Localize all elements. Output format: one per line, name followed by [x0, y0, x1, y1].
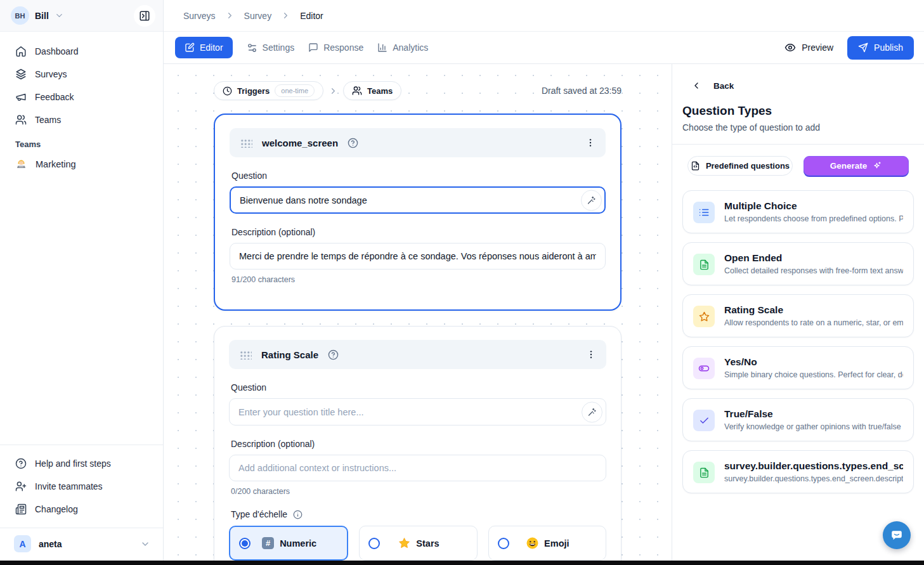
magic-wand-button[interactable]: [581, 190, 602, 211]
magic-wand-button[interactable]: [582, 401, 602, 422]
tab-label: Response: [323, 42, 363, 53]
chevron-right-icon: [225, 11, 235, 20]
sidebar-item-invite[interactable]: Invite teammates: [8, 476, 155, 497]
help-circle-icon[interactable]: [348, 138, 358, 148]
scale-option-label: Stars: [416, 538, 439, 549]
tab-settings[interactable]: Settings: [247, 42, 295, 53]
preview-button[interactable]: Preview: [784, 42, 833, 53]
account-switcher[interactable]: A aneta: [0, 528, 163, 561]
info-icon[interactable]: [293, 510, 303, 519]
pencil-icon: [185, 42, 195, 53]
publish-button[interactable]: Publish: [847, 36, 914, 60]
card-header: Rating Scale: [229, 340, 606, 369]
panel-toggle-icon: [139, 10, 150, 22]
send-icon: [858, 42, 868, 53]
back-button[interactable]: Back: [682, 81, 914, 91]
help-circle-icon[interactable]: [328, 349, 339, 360]
drag-handle-icon[interactable]: [239, 350, 252, 360]
newspaper-icon: [15, 503, 27, 515]
sidebar-item-team-marketing[interactable]: Marketing: [8, 153, 155, 175]
question-type-yes-no[interactable]: Yes/No Simple binary choice questions. P…: [682, 346, 914, 389]
char-count: 0/200 characters: [231, 487, 604, 496]
smiley-emoji-icon: [526, 537, 538, 549]
description-input[interactable]: [229, 455, 606, 481]
sidebar-header: BH Bill: [0, 0, 163, 32]
card-menu-button[interactable]: [585, 138, 595, 148]
trigger-type-badge: one-time: [275, 84, 315, 97]
tab-editor[interactable]: Editor: [175, 37, 233, 58]
radio-checked[interactable]: [239, 538, 251, 549]
eye-icon: [784, 42, 796, 53]
card-menu-button[interactable]: [586, 349, 596, 360]
document-icon: [693, 462, 715, 483]
question-type-title: True/False: [724, 408, 903, 420]
tab-analytics[interactable]: Analytics: [377, 42, 428, 53]
workspace-switcher[interactable]: BH Bill: [11, 6, 64, 25]
help-circle-icon: [15, 458, 27, 469]
description-input[interactable]: [230, 243, 606, 270]
sidebar-item-changelog[interactable]: Changelog: [8, 498, 155, 520]
star-emoji-icon: [398, 537, 410, 549]
sidebar-item-feedback[interactable]: Feedback: [8, 86, 155, 108]
generate-button[interactable]: Generate: [804, 156, 909, 176]
radio-unchecked[interactable]: [498, 538, 509, 549]
team-name: Marketing: [36, 159, 76, 169]
triggers-chip[interactable]: Triggers one-time: [214, 81, 323, 100]
scale-option-numeric[interactable]: # Numeric: [229, 526, 348, 561]
draft-status: Draft saved at 23:59: [542, 86, 621, 96]
chevron-down-icon: [140, 539, 150, 549]
scale-option-emoji[interactable]: Emoji: [488, 526, 606, 561]
question-card-rating-scale[interactable]: Rating Scale Question: [214, 326, 621, 561]
card-title: Rating Scale: [261, 349, 318, 360]
app-root: BH Bill Dashboard: [0, 0, 924, 561]
scale-option-stars[interactable]: Stars: [359, 526, 477, 561]
scale-type-options: # Numeric: [229, 526, 606, 561]
question-type-description: Collect detailed responses with free-for…: [724, 266, 903, 275]
scale-type-label: Type d'échelle: [231, 509, 287, 519]
users-icon: [15, 114, 27, 126]
editor-toolbar: Editor Settings Response Analytics: [164, 32, 924, 64]
workspace-name: Bill: [35, 11, 49, 21]
question-card-welcome-screen[interactable]: welcome_screen Question: [214, 114, 621, 311]
scale-option-label: Emoji: [544, 538, 569, 549]
question-type-rating-scale[interactable]: Rating Scale Allow respondents to rate o…: [682, 294, 914, 337]
preview-label: Preview: [802, 42, 833, 53]
topbar: Surveys Survey Editor: [164, 0, 924, 32]
sidebar-item-label: Help and first steps: [35, 458, 111, 469]
sidebar-item-teams[interactable]: Teams: [8, 109, 155, 131]
account-name: aneta: [39, 539, 62, 549]
question-label: Question: [231, 382, 604, 393]
sidebar-item-dashboard[interactable]: Dashboard: [8, 41, 155, 62]
sidebar: BH Bill Dashboard: [0, 0, 164, 561]
list-icon: [693, 202, 715, 223]
sidebar-item-label: Dashboard: [35, 46, 79, 56]
drag-handle-icon[interactable]: [240, 138, 252, 148]
breadcrumb-surveys[interactable]: Surveys: [183, 11, 216, 21]
question-label: Question: [231, 171, 604, 181]
question-title-input[interactable]: [229, 398, 606, 425]
tab-label: Editor: [200, 42, 223, 53]
question-type-description: Simple binary choice questions. Perfect …: [724, 370, 903, 379]
radio-unchecked[interactable]: [368, 538, 380, 549]
sidebar-item-help[interactable]: Help and first steps: [8, 453, 155, 474]
divider: [672, 144, 924, 145]
sidebar-item-label: Changelog: [35, 504, 78, 514]
question-title-input[interactable]: [230, 186, 606, 214]
question-type-multiple-choice[interactable]: Multiple Choice Let respondents choose f…: [682, 190, 914, 233]
tab-response[interactable]: Response: [308, 42, 363, 53]
card-header: welcome_screen: [230, 128, 606, 157]
question-type-open-ended[interactable]: Open Ended Collect detailed responses wi…: [682, 242, 914, 285]
teams-chip[interactable]: Teams: [343, 81, 401, 100]
question-type-true-false[interactable]: True/False Verify knowledge or gather op…: [682, 398, 914, 441]
breadcrumb-survey[interactable]: Survey: [244, 11, 272, 21]
account-avatar: A: [14, 535, 31, 552]
question-type-end-screen[interactable]: survey.builder.questions.types.end_scr..…: [682, 450, 914, 493]
sidebar-item-surveys[interactable]: Surveys: [8, 63, 155, 85]
sidebar-collapse-button[interactable]: [134, 5, 155, 27]
breadcrumb: Surveys Survey Editor: [183, 11, 323, 21]
predefined-questions-button[interactable]: Predefined questions: [687, 156, 793, 176]
card-title: welcome_screen: [262, 138, 338, 148]
chat-launcher-button[interactable]: [883, 521, 911, 549]
content: Triggers one-time Teams Draft sav: [164, 64, 924, 561]
avatar: BH: [11, 6, 29, 25]
